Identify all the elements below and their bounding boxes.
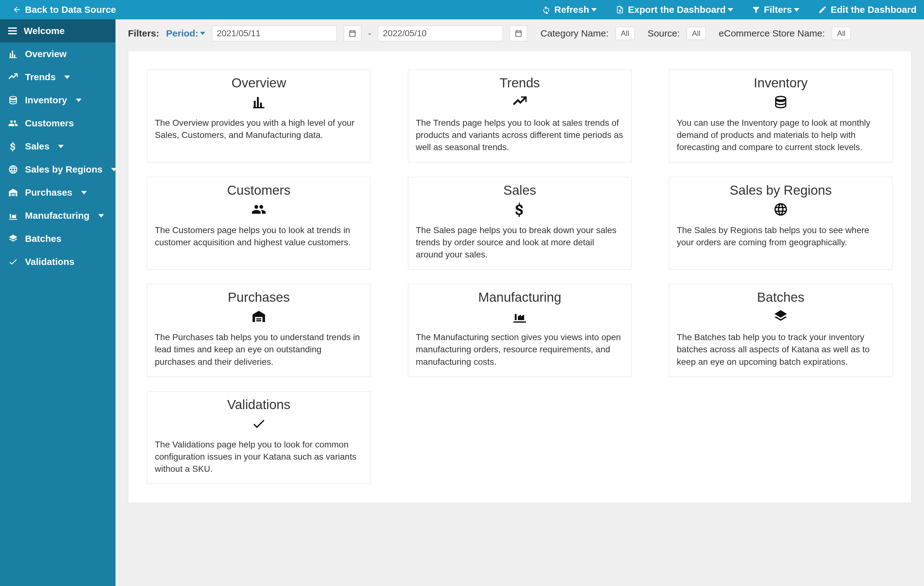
cards-panel: OverviewThe Overview provides you with a… [128,51,911,503]
sidebar-item-label: Validations [25,257,74,267]
date-range-separator: - [368,28,371,39]
date-from-input[interactable] [212,26,337,41]
export-button[interactable]: Export the Dashboard [615,4,733,15]
db-icon [8,95,18,105]
filters-label: Filters: [128,28,159,39]
sidebar-item-label: Welcome [24,26,64,36]
store-label: eCommerce Store Name: [719,28,825,39]
sidebar-item-sales-by-regions[interactable]: Sales by Regions [0,158,116,181]
sidebar-item-label: Trends [25,72,56,82]
card-desc: The Overview provides you with a high le… [155,117,363,141]
calendar-icon [348,29,356,38]
chevron-down-icon [728,8,733,12]
globe-icon [8,165,18,174]
card-desc: The Validations page help you to look fo… [155,438,363,475]
card-title: Batches [757,290,804,305]
sidebar-item-welcome[interactable]: Welcome [0,19,116,43]
card-validations[interactable]: ValidationsThe Validations page help you… [147,391,371,484]
edit-label: Edit the Dashboard [831,4,916,15]
card-title: Customers [227,183,290,198]
sidebar-item-label: Sales by Regions [25,164,102,175]
sidebar-item-validations[interactable]: Validations [0,250,116,273]
chevron-down-icon [591,8,597,12]
filters-label: Filters [764,4,792,15]
sidebar-item-label: Overview [25,49,66,59]
source-label: Source: [648,28,680,39]
card-overview[interactable]: OverviewThe Overview provides you with a… [147,69,371,163]
refresh-icon [542,5,551,14]
category-filter[interactable]: All [615,27,635,40]
bar-icon [8,49,18,59]
cards-grid: OverviewThe Overview provides you with a… [147,69,893,484]
sidebar-item-label: Sales [25,141,50,151]
refresh-button[interactable]: Refresh [542,4,597,15]
layers-icon [8,234,18,244]
export-icon [615,5,624,14]
card-purchases[interactable]: PurchasesThe Purchases tab helps you to … [147,284,371,377]
date-to-picker[interactable] [510,26,527,41]
card-sales-by-regions[interactable]: Sales by RegionsThe Sales by Regions tab… [669,177,893,270]
back-label: Back to Data Source [25,4,116,15]
warehouse-icon [251,309,266,324]
card-desc: The Sales page helps you to break down y… [416,224,624,261]
export-label: Export the Dashboard [628,4,726,15]
globe-icon [773,202,788,217]
factory-icon [8,211,18,221]
card-desc: The Manufacturing section gives you view… [416,331,624,368]
edit-icon [818,5,827,14]
period-label: Period: [166,28,198,39]
card-customers[interactable]: CustomersThe Customers page helps you to… [147,177,371,270]
card-title: Manufacturing [478,290,561,305]
sidebar-item-trends[interactable]: Trends [0,66,116,89]
period-dropdown[interactable]: Period: [166,28,205,39]
card-title: Trends [500,76,540,91]
chevron-down-icon [58,145,64,148]
card-title: Sales [503,183,536,198]
sidebar-item-sales[interactable]: Sales [0,135,116,158]
chevron-down-icon [794,8,799,12]
chevron-down-icon [81,191,87,194]
card-title: Overview [231,76,286,91]
card-sales[interactable]: SalesThe Sales page helps you to break d… [408,177,632,270]
sidebar-item-label: Manufacturing [25,210,89,221]
sidebar-item-purchases[interactable]: Purchases [0,181,116,204]
card-title: Purchases [228,290,290,305]
store-filter[interactable]: All [832,27,851,40]
calendar-icon [515,29,523,38]
sidebar-item-manufacturing[interactable]: Manufacturing [0,204,116,227]
edit-button[interactable]: Edit the Dashboard [818,4,916,15]
menu-icon [8,28,17,34]
date-to-input[interactable] [378,26,503,41]
main: Filters: Period: - Category Name: All So… [116,19,924,586]
sidebar-item-label: Inventory [25,95,67,105]
db-icon [773,94,788,110]
sidebar-item-overview[interactable]: Overview [0,43,116,66]
sidebar-item-inventory[interactable]: Inventory [0,89,116,112]
date-from-picker[interactable] [344,26,361,41]
trend-icon [8,72,18,82]
card-trends[interactable]: TrendsThe Trends page helps you to look … [408,69,632,163]
back-button[interactable]: Back to Data Source [13,4,116,15]
category-label: Category Name: [540,28,609,39]
source-filter[interactable]: All [687,27,706,40]
card-desc: The Batches tab help you to track your i… [677,331,884,368]
users-icon [8,118,18,128]
sidebar-item-batches[interactable]: Batches [0,227,116,250]
refresh-label: Refresh [554,4,589,15]
chevron-down-icon [98,214,104,217]
trend-icon [512,94,527,110]
card-desc: The Sales by Regions tab helps you to se… [677,224,884,249]
card-batches[interactable]: BatchesThe Batches tab help you to track… [669,284,893,377]
sidebar-item-label: Purchases [25,187,73,198]
warehouse-icon [8,188,18,198]
sidebar-item-customers[interactable]: Customers [0,112,116,135]
card-desc: You can use the Inventory page to look a… [677,117,884,153]
card-manufacturing[interactable]: ManufacturingThe Manufacturing section g… [408,284,632,377]
card-title: Validations [227,397,290,412]
card-desc: The Customers page helps you to look at … [155,224,363,249]
card-desc: The Purchases tab helps you to understan… [155,331,363,368]
funnel-icon [752,6,760,14]
card-inventory[interactable]: InventoryYou can use the Inventory page … [669,69,893,163]
filters-bar: Filters: Period: - Category Name: All So… [116,19,924,48]
filters-button[interactable]: Filters [752,4,799,15]
